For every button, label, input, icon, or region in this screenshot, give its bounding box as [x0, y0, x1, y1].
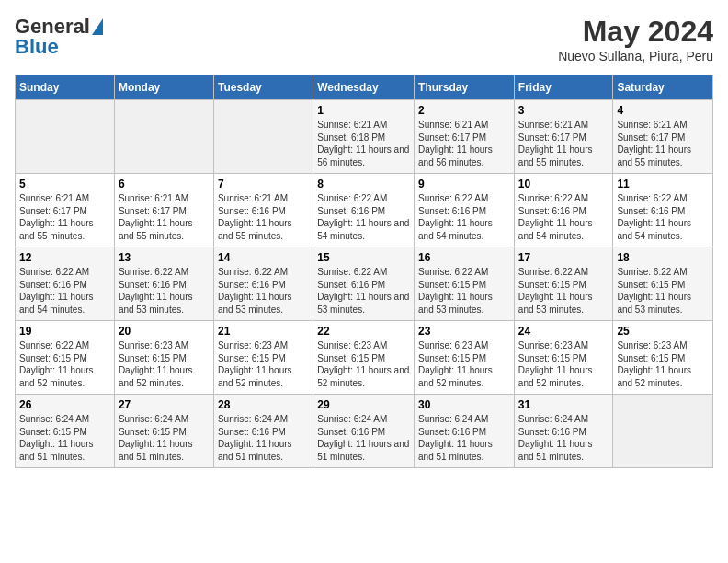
day-number: 9: [418, 178, 510, 190]
day-number: 28: [218, 398, 309, 411]
day-info: Sunrise: 6:23 AMSunset: 6:15 PMDaylight:…: [418, 339, 510, 389]
table-row: 24Sunrise: 6:23 AMSunset: 6:15 PMDayligh…: [514, 321, 613, 395]
day-number: 2: [418, 104, 510, 117]
day-number: 10: [518, 178, 609, 190]
table-row: 22Sunrise: 6:23 AMSunset: 6:15 PMDayligh…: [313, 321, 415, 395]
day-info: Sunrise: 6:22 AMSunset: 6:16 PMDaylight:…: [317, 192, 410, 242]
header-tuesday: Tuesday: [213, 75, 313, 100]
table-row: 27Sunrise: 6:24 AMSunset: 6:15 PMDayligh…: [114, 395, 213, 468]
day-info: Sunrise: 6:22 AMSunset: 6:15 PMDaylight:…: [518, 266, 609, 316]
header-wednesday: Wednesday: [313, 75, 415, 100]
day-info: Sunrise: 6:23 AMSunset: 6:15 PMDaylight:…: [119, 339, 210, 389]
day-info: Sunrise: 6:22 AMSunset: 6:16 PMDaylight:…: [617, 192, 709, 242]
day-info: Sunrise: 6:21 AMSunset: 6:17 PMDaylight:…: [119, 192, 210, 242]
table-row: 23Sunrise: 6:23 AMSunset: 6:15 PMDayligh…: [415, 321, 515, 395]
header-sunday: Sunday: [16, 75, 115, 100]
day-number: 5: [19, 178, 110, 190]
table-row: 10Sunrise: 6:22 AMSunset: 6:16 PMDayligh…: [514, 174, 613, 247]
day-number: 12: [19, 251, 110, 264]
table-row: 13Sunrise: 6:22 AMSunset: 6:16 PMDayligh…: [114, 247, 213, 321]
logo: General Blue: [15, 15, 103, 59]
table-row: 9Sunrise: 6:22 AMSunset: 6:16 PMDaylight…: [415, 174, 515, 247]
day-number: 25: [617, 325, 709, 338]
day-number: 18: [617, 251, 709, 264]
day-info: Sunrise: 6:22 AMSunset: 6:15 PMDaylight:…: [19, 339, 110, 389]
day-number: 13: [119, 251, 210, 264]
table-row: 17Sunrise: 6:22 AMSunset: 6:15 PMDayligh…: [514, 247, 613, 321]
day-info: Sunrise: 6:22 AMSunset: 6:16 PMDaylight:…: [317, 266, 410, 316]
day-info: Sunrise: 6:24 AMSunset: 6:16 PMDaylight:…: [418, 413, 510, 463]
day-info: Sunrise: 6:21 AMSunset: 6:17 PMDaylight:…: [518, 119, 609, 168]
day-number: 4: [617, 104, 709, 117]
table-row: 18Sunrise: 6:22 AMSunset: 6:15 PMDayligh…: [613, 247, 713, 321]
day-info: Sunrise: 6:24 AMSunset: 6:16 PMDaylight:…: [518, 413, 609, 463]
day-info: Sunrise: 6:24 AMSunset: 6:15 PMDaylight:…: [19, 413, 110, 463]
table-row: 1Sunrise: 6:21 AMSunset: 6:18 PMDaylight…: [313, 100, 415, 174]
day-number: 20: [119, 325, 210, 338]
day-number: 6: [119, 178, 210, 190]
header-saturday: Saturday: [613, 75, 713, 100]
day-info: Sunrise: 6:21 AMSunset: 6:16 PMDaylight:…: [218, 192, 309, 242]
day-number: 15: [317, 251, 410, 264]
day-number: 8: [317, 178, 410, 190]
calendar-week-row: 1Sunrise: 6:21 AMSunset: 6:18 PMDaylight…: [16, 100, 713, 174]
table-row: 29Sunrise: 6:24 AMSunset: 6:16 PMDayligh…: [313, 395, 415, 468]
calendar-week-row: 26Sunrise: 6:24 AMSunset: 6:15 PMDayligh…: [16, 395, 713, 468]
table-row: 19Sunrise: 6:22 AMSunset: 6:15 PMDayligh…: [16, 321, 115, 395]
page-header: General Blue May 2024 Nuevo Sullana, Piu…: [15, 15, 713, 63]
table-row: [114, 100, 213, 174]
calendar-table: Sunday Monday Tuesday Wednesday Thursday…: [15, 75, 713, 468]
day-info: Sunrise: 6:22 AMSunset: 6:15 PMDaylight:…: [617, 266, 709, 316]
day-info: Sunrise: 6:22 AMSunset: 6:15 PMDaylight:…: [418, 266, 510, 316]
table-row: 16Sunrise: 6:22 AMSunset: 6:15 PMDayligh…: [415, 247, 515, 321]
calendar-header-row: Sunday Monday Tuesday Wednesday Thursday…: [16, 75, 713, 100]
table-row: [213, 100, 313, 174]
calendar-week-row: 12Sunrise: 6:22 AMSunset: 6:16 PMDayligh…: [16, 247, 713, 321]
table-row: 26Sunrise: 6:24 AMSunset: 6:15 PMDayligh…: [16, 395, 115, 468]
table-row: [613, 395, 713, 468]
day-number: 17: [518, 251, 609, 264]
day-info: Sunrise: 6:22 AMSunset: 6:16 PMDaylight:…: [218, 266, 309, 316]
table-row: 14Sunrise: 6:22 AMSunset: 6:16 PMDayligh…: [213, 247, 313, 321]
day-info: Sunrise: 6:21 AMSunset: 6:18 PMDaylight:…: [317, 119, 410, 168]
day-number: 7: [218, 178, 309, 190]
day-info: Sunrise: 6:21 AMSunset: 6:17 PMDaylight:…: [617, 119, 709, 168]
table-row: 8Sunrise: 6:22 AMSunset: 6:16 PMDaylight…: [313, 174, 415, 247]
table-row: 31Sunrise: 6:24 AMSunset: 6:16 PMDayligh…: [514, 395, 613, 468]
day-number: 1: [317, 104, 410, 117]
table-row: 4Sunrise: 6:21 AMSunset: 6:17 PMDaylight…: [613, 100, 713, 174]
day-info: Sunrise: 6:23 AMSunset: 6:15 PMDaylight:…: [317, 339, 410, 389]
table-row: [16, 100, 115, 174]
day-info: Sunrise: 6:24 AMSunset: 6:15 PMDaylight:…: [119, 413, 210, 463]
day-number: 19: [19, 325, 110, 338]
table-row: 15Sunrise: 6:22 AMSunset: 6:16 PMDayligh…: [313, 247, 415, 321]
day-info: Sunrise: 6:23 AMSunset: 6:15 PMDaylight:…: [518, 339, 609, 389]
header-monday: Monday: [114, 75, 213, 100]
day-number: 21: [218, 325, 309, 338]
day-number: 11: [617, 178, 709, 190]
day-number: 26: [19, 398, 110, 411]
day-info: Sunrise: 6:22 AMSunset: 6:16 PMDaylight:…: [418, 192, 510, 242]
day-info: Sunrise: 6:23 AMSunset: 6:15 PMDaylight:…: [218, 339, 309, 389]
table-row: 2Sunrise: 6:21 AMSunset: 6:17 PMDaylight…: [415, 100, 515, 174]
header-thursday: Thursday: [415, 75, 515, 100]
calendar-week-row: 5Sunrise: 6:21 AMSunset: 6:17 PMDaylight…: [16, 174, 713, 247]
page-title: May 2024: [558, 15, 713, 49]
day-number: 31: [518, 398, 609, 411]
calendar-week-row: 19Sunrise: 6:22 AMSunset: 6:15 PMDayligh…: [16, 321, 713, 395]
table-row: 20Sunrise: 6:23 AMSunset: 6:15 PMDayligh…: [114, 321, 213, 395]
day-info: Sunrise: 6:22 AMSunset: 6:16 PMDaylight:…: [19, 266, 110, 316]
table-row: 3Sunrise: 6:21 AMSunset: 6:17 PMDaylight…: [514, 100, 613, 174]
day-info: Sunrise: 6:24 AMSunset: 6:16 PMDaylight:…: [317, 413, 410, 463]
day-info: Sunrise: 6:23 AMSunset: 6:15 PMDaylight:…: [617, 339, 709, 389]
table-row: 7Sunrise: 6:21 AMSunset: 6:16 PMDaylight…: [213, 174, 313, 247]
day-info: Sunrise: 6:21 AMSunset: 6:17 PMDaylight:…: [19, 192, 110, 242]
day-number: 14: [218, 251, 309, 264]
table-row: 28Sunrise: 6:24 AMSunset: 6:16 PMDayligh…: [213, 395, 313, 468]
day-number: 23: [418, 325, 510, 338]
table-row: 5Sunrise: 6:21 AMSunset: 6:17 PMDaylight…: [16, 174, 115, 247]
table-row: 6Sunrise: 6:21 AMSunset: 6:17 PMDaylight…: [114, 174, 213, 247]
table-row: 11Sunrise: 6:22 AMSunset: 6:16 PMDayligh…: [613, 174, 713, 247]
table-row: 21Sunrise: 6:23 AMSunset: 6:15 PMDayligh…: [213, 321, 313, 395]
day-info: Sunrise: 6:22 AMSunset: 6:16 PMDaylight:…: [518, 192, 609, 242]
